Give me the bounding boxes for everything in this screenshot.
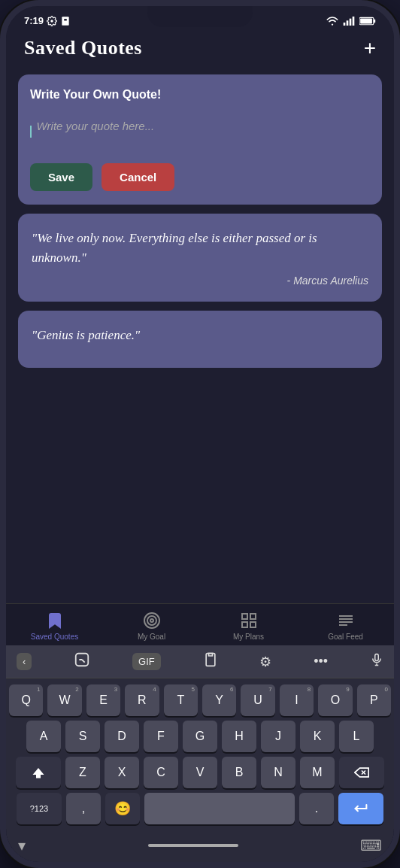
svg-point-0: [50, 20, 53, 23]
key-v[interactable]: V: [183, 757, 217, 788]
nav-label-goal: My Goal: [138, 633, 165, 641]
gear-icon[interactable]: ⚙: [259, 654, 271, 670]
keyboard-hide-button[interactable]: ▾: [18, 836, 26, 854]
key-h[interactable]: H: [222, 721, 256, 752]
add-quote-button[interactable]: +: [364, 38, 376, 59]
key-y[interactable]: Y6: [202, 684, 236, 716]
key-enter[interactable]: [338, 793, 383, 824]
clipboard-icon[interactable]: [203, 651, 218, 672]
text-cursor: [30, 126, 32, 138]
key-u[interactable]: U7: [241, 684, 274, 716]
write-quote-card: Write Your Own Quote! Save Cancel: [18, 74, 382, 205]
key-num-sym[interactable]: ?123: [17, 793, 62, 824]
gif-button[interactable]: GIF: [132, 653, 161, 670]
key-z[interactable]: Z: [65, 757, 100, 788]
wifi-icon: [326, 17, 338, 26]
nav-my-plans[interactable]: My Plans: [200, 604, 297, 645]
svg-rect-22: [375, 654, 379, 661]
key-emoji[interactable]: 😊: [105, 793, 140, 824]
svg-rect-15: [250, 622, 256, 627]
svg-rect-1: [62, 17, 68, 26]
key-shift[interactable]: [16, 757, 61, 788]
key-n[interactable]: N: [261, 757, 295, 788]
quote-card: "Genius is patience.": [18, 311, 382, 368]
keyboard-back-button[interactable]: ‹: [17, 653, 32, 670]
svg-rect-12: [242, 614, 247, 619]
signal-icon: [343, 17, 355, 26]
quote-author: - Marcus Aurelius: [32, 275, 368, 287]
svg-rect-14: [242, 622, 247, 627]
key-r[interactable]: R4: [125, 684, 159, 716]
key-comma[interactable]: ,: [66, 793, 101, 824]
key-space[interactable]: [144, 793, 295, 824]
quote-text: "Genius is patience.": [32, 326, 368, 345]
nav-label-feed: Goal Feed: [328, 633, 363, 641]
status-bar: 7:19: [6, 6, 394, 31]
key-e[interactable]: E3: [86, 684, 120, 716]
write-card-title: Write Your Own Quote!: [30, 88, 370, 102]
keyboard-row-1: Q1 W2 E3 R4 T5 Y6 U7 I8 O9 P0: [9, 684, 391, 716]
nav-goal-feed[interactable]: Goal Feed: [297, 604, 394, 645]
key-k[interactable]: K: [300, 721, 335, 752]
keyboard-rows: Q1 W2 E3 R4 T5 Y6 U7 I8 O9 P0 A S D F: [6, 678, 394, 832]
quote-card: "We live only now. Everything else is ei…: [18, 214, 382, 302]
more-icon[interactable]: •••: [314, 654, 328, 669]
keyboard-toolbar: ‹ GIF ⚙ •••: [6, 645, 394, 678]
svg-point-10: [147, 616, 156, 625]
battery-icon: [359, 17, 376, 26]
mic-icon[interactable]: [370, 651, 383, 672]
status-time: 7:19: [24, 15, 71, 26]
key-x[interactable]: X: [105, 757, 139, 788]
key-backspace[interactable]: [339, 757, 384, 788]
grid-icon: [240, 612, 258, 630]
home-indicator: [148, 844, 238, 847]
nav-label-plans: My Plans: [233, 633, 264, 641]
sticker-icon[interactable]: [74, 651, 90, 672]
key-g[interactable]: G: [183, 721, 217, 752]
svg-rect-8: [360, 18, 372, 23]
key-a[interactable]: A: [26, 721, 61, 752]
svg-rect-3: [347, 20, 349, 26]
nav-label-saved: Saved Quotes: [31, 633, 78, 641]
key-b[interactable]: B: [222, 757, 256, 788]
save-button[interactable]: Save: [30, 163, 92, 191]
quote-input[interactable]: [36, 111, 368, 141]
cancel-button[interactable]: Cancel: [102, 163, 174, 191]
keyboard-switch-icon[interactable]: ⌨: [360, 836, 382, 854]
bookmark-icon: [46, 612, 64, 630]
keyboard: ‹ GIF ⚙ ••• Q1 W2 E: [6, 645, 394, 862]
key-l[interactable]: L: [339, 721, 374, 752]
settings-icon: [47, 16, 57, 26]
svg-rect-13: [250, 614, 256, 619]
svg-point-11: [150, 619, 153, 622]
keyboard-row-4: ?123 , 😊 .: [9, 793, 391, 824]
quote-text: "We live only now. Everything else is ei…: [32, 229, 368, 267]
key-t[interactable]: T5: [164, 684, 198, 716]
svg-rect-7: [374, 19, 375, 23]
key-w[interactable]: W2: [47, 684, 81, 716]
time-display: 7:19: [24, 15, 44, 26]
sim-icon: [60, 16, 71, 26]
content-area: Write Your Own Quote! Save Cancel "We li…: [6, 68, 394, 603]
key-f[interactable]: F: [144, 721, 178, 752]
key-d[interactable]: D: [105, 721, 139, 752]
key-m[interactable]: M: [300, 757, 335, 788]
list-icon: [337, 612, 355, 630]
app-header: Saved Quotes +: [6, 31, 394, 68]
svg-rect-5: [353, 17, 355, 26]
page-title: Saved Quotes: [24, 37, 142, 59]
key-p[interactable]: P0: [357, 684, 391, 716]
action-buttons: Save Cancel: [30, 163, 370, 191]
key-c[interactable]: C: [144, 757, 178, 788]
key-dot[interactable]: .: [299, 793, 334, 824]
svg-rect-4: [350, 18, 352, 25]
key-s[interactable]: S: [65, 721, 100, 752]
key-i[interactable]: I8: [280, 684, 314, 716]
nav-my-goal[interactable]: My Goal: [103, 604, 200, 645]
nav-saved-quotes[interactable]: Saved Quotes: [6, 604, 103, 645]
key-o[interactable]: O9: [318, 684, 352, 716]
keyboard-row-2: A S D F G H J K L: [9, 721, 391, 752]
key-j[interactable]: J: [261, 721, 295, 752]
keyboard-row-3: Z X C V B N M: [9, 757, 391, 788]
key-q[interactable]: Q1: [9, 684, 43, 716]
